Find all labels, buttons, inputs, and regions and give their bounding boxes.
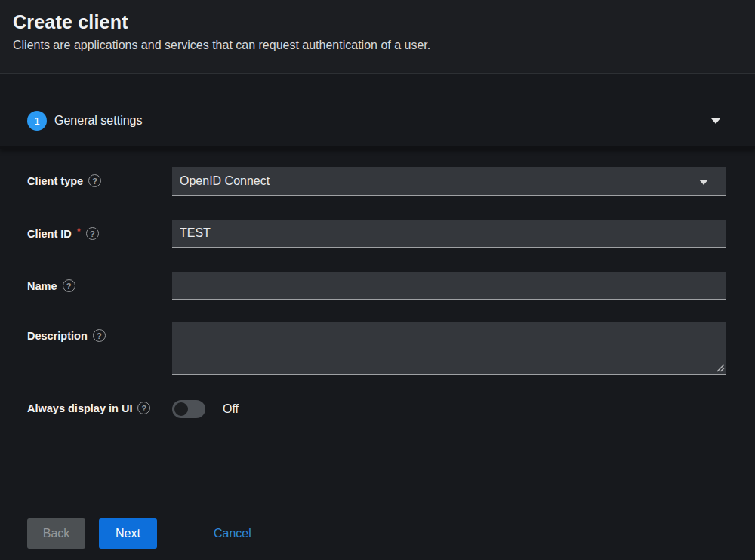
client-id-label-cell: Client ID * ? [27, 220, 172, 240]
page-title: Create client [13, 11, 737, 33]
name-row: Name ? [27, 272, 726, 300]
toggle-state-label: Off [223, 402, 239, 416]
always-display-field-cell: Off [172, 400, 726, 418]
required-indicator: * [77, 226, 81, 237]
description-field-cell [172, 322, 726, 375]
page-subtitle: Clients are applications and services th… [13, 38, 737, 52]
help-icon[interactable]: ? [93, 329, 106, 342]
client-id-field-cell [172, 220, 726, 248]
wizard-step-general-settings[interactable]: 1 General settings [0, 74, 755, 149]
client-type-row: Client type ? OpenID Connect [27, 167, 726, 196]
caret-down-icon [699, 180, 708, 185]
description-textarea[interactable] [172, 322, 726, 375]
client-type-label: Client type [27, 175, 83, 187]
description-label-cell: Description ? [27, 322, 172, 342]
step-row: 1 General settings [27, 111, 143, 131]
toggle-knob-icon [174, 402, 188, 416]
name-label-cell: Name ? [27, 272, 172, 292]
client-id-input[interactable] [172, 220, 726, 248]
general-settings-form: Client type ? OpenID Connect Client ID *… [0, 149, 755, 518]
back-button[interactable]: Back [27, 518, 85, 549]
next-button[interactable]: Next [99, 518, 157, 549]
help-icon[interactable]: ? [63, 279, 76, 292]
client-type-selected-value: OpenID Connect [180, 174, 270, 188]
wizard-footer: Back Next Cancel [0, 518, 755, 560]
chevron-down-icon [711, 118, 720, 124]
toggle-wrap: Off [172, 400, 726, 418]
name-label: Name [27, 280, 57, 292]
cancel-link[interactable]: Cancel [214, 527, 251, 540]
client-id-label: Client ID [27, 228, 72, 240]
name-input[interactable] [172, 272, 726, 300]
always-display-row: Always display in UI ? Off [27, 400, 726, 418]
help-icon[interactable]: ? [86, 227, 99, 240]
create-client-page: Create client Clients are applications a… [0, 0, 755, 560]
client-type-label-cell: Client type ? [27, 167, 172, 187]
always-display-label: Always display in UI [27, 402, 132, 414]
description-label: Description [27, 330, 88, 342]
client-type-select[interactable]: OpenID Connect [172, 167, 726, 196]
step-number-badge: 1 [27, 111, 47, 131]
collapse-step-button[interactable] [707, 112, 725, 130]
always-display-label-cell: Always display in UI ? [27, 400, 172, 414]
help-icon[interactable]: ? [88, 174, 101, 187]
page-header: Create client Clients are applications a… [0, 0, 755, 74]
description-row: Description ? [27, 322, 726, 375]
name-field-cell [172, 272, 726, 300]
step-label: General settings [54, 114, 143, 128]
client-id-row: Client ID * ? [27, 220, 726, 248]
client-type-field-cell: OpenID Connect [172, 167, 726, 196]
always-display-toggle[interactable] [172, 400, 205, 418]
help-icon[interactable]: ? [137, 402, 150, 414]
